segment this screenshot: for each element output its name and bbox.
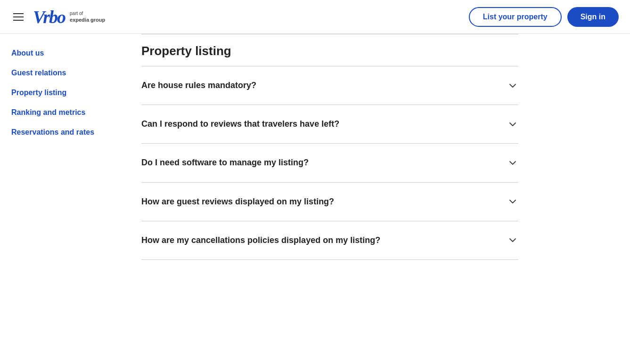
faq-question-text-house-rules: Are house rules mandatory? (141, 80, 256, 91)
expedia-group-label: expedia group (70, 16, 105, 23)
chevron-down-icon (507, 119, 518, 130)
logo-expedia-group: part of expedia group (70, 10, 105, 23)
faq-question-text-guest-reviews-displayed: How are guest reviews displayed on my li… (141, 196, 334, 208)
header-right: List your property Sign in (469, 7, 619, 27)
faq-question-text-software-manage: Do I need software to manage my listing? (141, 157, 309, 169)
sidebar-item-about-us[interactable]: About us (11, 43, 102, 63)
sidebar-item-property-listing[interactable]: Property listing (11, 83, 102, 103)
faq-question-cancellations-displayed[interactable]: How are my cancellations policies displa… (141, 221, 518, 259)
sidebar-nav: About us Guest relations Property listin… (11, 43, 102, 142)
faq-item-guest-reviews-displayed: How are guest reviews displayed on my li… (141, 183, 518, 221)
content-area: Property listing Are house rules mandato… (113, 34, 537, 279)
faq-item-house-rules: Are house rules mandatory? (141, 66, 518, 105)
faq-item-respond-reviews: Can I respond to reviews that travelers … (141, 105, 518, 144)
sidebar: About us Guest relations Property listin… (0, 34, 113, 279)
header: Vrbo part of expedia group List your pro… (0, 0, 630, 34)
part-of-label: part of (70, 10, 105, 16)
chevron-down-icon (507, 196, 518, 207)
sidebar-item-guest-relations[interactable]: Guest relations (11, 63, 102, 83)
section-title: Property listing (141, 44, 518, 58)
header-left: Vrbo part of expedia group (11, 8, 105, 26)
faq-question-respond-reviews[interactable]: Can I respond to reviews that travelers … (141, 105, 518, 143)
sidebar-item-ranking-metrics[interactable]: Ranking and metrics (11, 103, 102, 122)
faq-question-text-respond-reviews: Can I respond to reviews that travelers … (141, 118, 339, 130)
top-divider (141, 34, 518, 34)
faq-question-house-rules[interactable]: Are house rules mandatory? (141, 66, 518, 105)
chevron-down-icon (507, 235, 518, 246)
sign-in-button[interactable]: Sign in (567, 7, 619, 27)
chevron-down-icon (507, 157, 518, 169)
faq-question-text-cancellations-displayed: How are my cancellations policies displa… (141, 235, 380, 246)
logo: Vrbo part of expedia group (33, 8, 105, 26)
faq-item-cancellations-displayed: How are my cancellations policies displa… (141, 221, 518, 260)
hamburger-menu-button[interactable] (11, 11, 25, 23)
list-property-button[interactable]: List your property (469, 7, 562, 27)
faq-question-software-manage[interactable]: Do I need software to manage my listing? (141, 144, 518, 182)
chevron-down-icon (507, 80, 518, 91)
main-layout: About us Guest relations Property listin… (0, 34, 630, 279)
vrbo-logo-text: Vrbo (33, 8, 65, 26)
faq-question-guest-reviews-displayed[interactable]: How are guest reviews displayed on my li… (141, 183, 518, 221)
faq-item-software-manage: Do I need software to manage my listing? (141, 144, 518, 182)
sidebar-item-reservations-rates[interactable]: Reservations and rates (11, 122, 102, 142)
